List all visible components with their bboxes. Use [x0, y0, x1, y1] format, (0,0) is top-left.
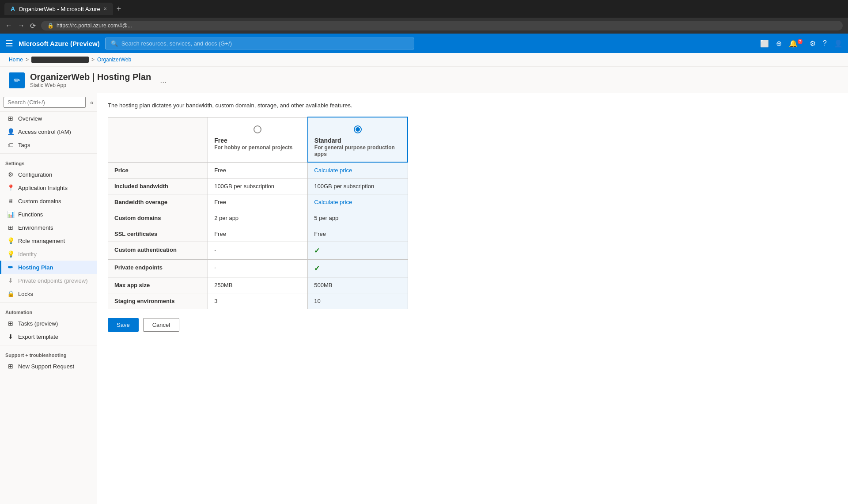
functions-icon: 📊: [7, 211, 15, 218]
cloud-shell-icon[interactable]: ⬜: [760, 39, 769, 48]
page-icon: ✏: [9, 72, 25, 88]
calculate-price-link-2[interactable]: Calculate price: [314, 199, 352, 205]
browser-controls: ← → ⟳ 🔒 https://rc.portal.azure.com/#@..…: [0, 18, 848, 34]
table-row: Bandwidth overage Free Calculate price: [108, 194, 408, 210]
sidebar-item-app-insights[interactable]: 📍 Application Insights: [0, 181, 97, 194]
divider-3: [0, 345, 97, 345]
url-text: https://rc.portal.azure.com/#@...: [57, 23, 132, 29]
page-header: ✏ OrganizerWeb | Hosting Plan Static Web…: [0, 67, 848, 93]
sidebar-item-tasks[interactable]: ⊞ Tasks (preview): [0, 317, 97, 330]
feature-cell-overage: Bandwidth overage: [108, 194, 208, 210]
sidebar-label-config: Configuration: [18, 171, 52, 178]
std-cell-ssl: Free: [308, 226, 408, 242]
table-row: SSL certificates Free Free: [108, 226, 408, 242]
breadcrumb-redacted: [31, 57, 89, 63]
role-icon: 💡: [7, 237, 15, 244]
directory-icon[interactable]: ⊕: [776, 39, 782, 48]
sidebar-item-overview[interactable]: ⊞ Overview: [0, 112, 97, 125]
sidebar-label-locks: Locks: [18, 291, 33, 297]
settings-icon[interactable]: ⚙: [810, 39, 816, 48]
sidebar-item-export-template[interactable]: ⬇ Export template: [0, 330, 97, 343]
account-icon[interactable]: 👤: [834, 39, 843, 48]
sidebar-label-tags: Tags: [18, 142, 30, 148]
settings-section-label: Settings: [0, 155, 97, 168]
sidebar-label-support: New Support Request: [18, 363, 74, 370]
standard-column-header: Standard For general purpose production …: [308, 117, 408, 162]
standard-plan-radio[interactable]: [354, 125, 362, 133]
identity-icon: 💡: [7, 250, 15, 258]
free-cell-price: Free: [208, 162, 308, 178]
back-btn[interactable]: ←: [5, 22, 12, 30]
sidebar-item-functions[interactable]: 📊 Functions: [0, 208, 97, 221]
std-cell-overage: Calculate price: [308, 194, 408, 210]
calculate-price-link-1[interactable]: Calculate price: [314, 167, 352, 174]
feature-cell-staging: Staging environments: [108, 293, 208, 309]
sidebar-label-tasks: Tasks (preview): [18, 320, 58, 327]
browser-tab[interactable]: A OrganizerWeb - Microsoft Azure ×: [4, 3, 113, 15]
refresh-btn[interactable]: ⟳: [30, 22, 36, 30]
sidebar-item-configuration[interactable]: ⚙ Configuration: [0, 168, 97, 181]
free-plan-radio[interactable]: [254, 125, 261, 133]
help-icon[interactable]: ?: [823, 39, 827, 48]
more-actions-btn[interactable]: ...: [160, 76, 167, 85]
forward-btn[interactable]: →: [18, 22, 25, 30]
tab-close-btn[interactable]: ×: [104, 6, 107, 12]
sidebar-item-locks[interactable]: 🔒 Locks: [0, 287, 97, 300]
free-plan-name: Free: [214, 137, 301, 144]
table-row: Max app size 250MB 500MB: [108, 277, 408, 293]
free-cell-auth: -: [208, 242, 308, 260]
sidebar-item-role-management[interactable]: 💡 Role management: [0, 234, 97, 247]
free-cell-staging: 3: [208, 293, 308, 309]
free-cell-private-ep: -: [208, 260, 308, 277]
sidebar-item-custom-domains[interactable]: 🖥 Custom domains: [0, 194, 97, 208]
feature-cell-price: Price: [108, 162, 208, 178]
breadcrumb-home[interactable]: Home: [9, 57, 23, 63]
feature-column-header: [108, 117, 208, 162]
page-title-group: OrganizerWeb | Hosting Plan Static Web A…: [30, 72, 151, 88]
sidebar-item-tags[interactable]: 🏷 Tags: [0, 138, 97, 152]
overview-icon: ⊞: [7, 115, 15, 122]
divider-2: [0, 302, 97, 303]
free-cell-ssl: Free: [208, 226, 308, 242]
feature-cell-ssl: SSL certificates: [108, 226, 208, 242]
sidebar-label-iam: Access control (IAM): [18, 129, 71, 135]
feature-cell-domains: Custom domains: [108, 210, 208, 226]
standard-plan-desc: For general purpose production apps: [314, 144, 395, 157]
table-row: Included bandwidth 100GB per subscriptio…: [108, 178, 408, 194]
breadcrumb-sep2: >: [91, 57, 95, 63]
azure-favicon: A: [11, 5, 15, 12]
collapse-btn[interactable]: «: [90, 99, 94, 106]
check-auth-icon: ✓: [314, 247, 320, 254]
tasks-icon: ⊞: [7, 320, 15, 327]
sidebar: « ⊞ Overview 👤 Access control (IAM) 🏷 Ta…: [0, 93, 97, 504]
sidebar-label-functions: Functions: [18, 211, 43, 218]
cancel-button[interactable]: Cancel: [143, 318, 179, 332]
search-icon: 🔍: [111, 40, 118, 47]
save-button[interactable]: Save: [108, 318, 139, 332]
sidebar-item-hosting-plan[interactable]: ✏ Hosting Plan: [0, 261, 97, 274]
sidebar-item-environments[interactable]: ⊞ Environments: [0, 221, 97, 234]
azure-logo: Microsoft Azure (Preview): [19, 40, 100, 47]
breadcrumb-resource[interactable]: OrganizerWeb: [97, 57, 131, 63]
edit-icon: ✏: [14, 76, 20, 85]
std-cell-bandwidth: 100GB per subscription: [308, 178, 408, 194]
hamburger-icon[interactable]: ☰: [5, 38, 13, 49]
standard-radio-container: [314, 122, 401, 137]
locks-icon: 🔒: [7, 290, 15, 297]
feature-cell-auth: Custom authentication: [108, 242, 208, 260]
breadcrumb-sep1: >: [26, 57, 29, 63]
notifications-icon[interactable]: 🔔7: [789, 39, 803, 48]
search-input[interactable]: [4, 97, 86, 108]
azure-search-bar[interactable]: 🔍 Search resources, services, and docs (…: [105, 38, 414, 49]
sidebar-label-private-ep: Private endpoints (preview): [18, 277, 88, 284]
feature-cell-private-ep: Private endpoints: [108, 260, 208, 277]
address-bar[interactable]: 🔒 https://rc.portal.azure.com/#@...: [41, 21, 843, 30]
sidebar-item-access-control[interactable]: 👤 Access control (IAM): [0, 125, 97, 138]
table-row: Custom authentication - ✓: [108, 242, 408, 260]
new-tab-btn[interactable]: +: [117, 4, 121, 14]
export-icon: ⬇: [7, 333, 15, 340]
std-cell-private-ep: ✓: [308, 260, 408, 277]
sidebar-search-container: «: [0, 93, 97, 112]
sidebar-item-support[interactable]: ⊞ New Support Request: [0, 360, 97, 373]
table-row: Staging environments 3 10: [108, 293, 408, 309]
